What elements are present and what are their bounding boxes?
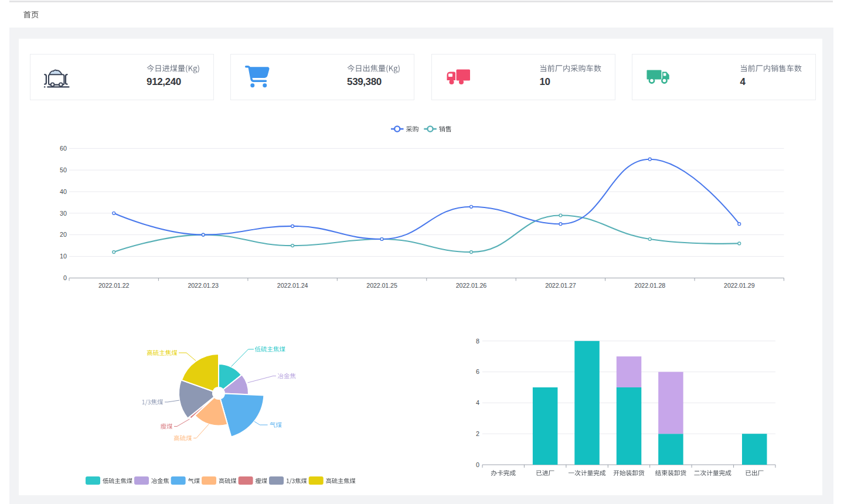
svg-text:2: 2 bbox=[476, 430, 479, 437]
svg-text:2022.01.22: 2022.01.22 bbox=[98, 282, 130, 289]
svg-text:539,380: 539,380 bbox=[347, 76, 382, 87]
svg-text:4: 4 bbox=[740, 76, 746, 87]
svg-text:40: 40 bbox=[60, 188, 67, 195]
svg-text:2022.01.28: 2022.01.28 bbox=[635, 282, 666, 289]
svg-text:10: 10 bbox=[60, 253, 67, 260]
svg-text:0: 0 bbox=[476, 461, 479, 468]
svg-text:60: 60 bbox=[60, 145, 67, 152]
svg-text:0: 0 bbox=[63, 274, 67, 281]
svg-text:6: 6 bbox=[476, 368, 479, 375]
svg-text:20: 20 bbox=[60, 231, 67, 238]
svg-text:2022.01.29: 2022.01.29 bbox=[724, 282, 755, 289]
svg-text:8: 8 bbox=[476, 338, 479, 345]
svg-text:912,240: 912,240 bbox=[147, 76, 181, 87]
svg-text:2022.01.25: 2022.01.25 bbox=[366, 282, 397, 289]
svg-text:2022.01.24: 2022.01.24 bbox=[277, 282, 308, 289]
svg-text:2022.01.26: 2022.01.26 bbox=[456, 282, 487, 289]
svg-text:50: 50 bbox=[60, 166, 67, 173]
svg-text:4: 4 bbox=[476, 399, 479, 406]
svg-text:30: 30 bbox=[60, 210, 67, 217]
svg-text:2022.01.27: 2022.01.27 bbox=[545, 282, 576, 289]
svg-text:10: 10 bbox=[539, 76, 550, 87]
svg-text:2022.01.23: 2022.01.23 bbox=[188, 282, 219, 289]
